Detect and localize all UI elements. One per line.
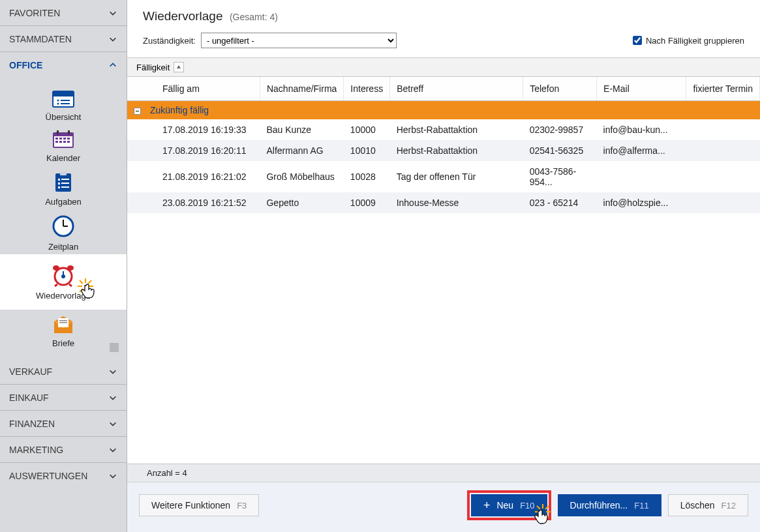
nav-label: STAMMDATEN [9,34,72,44]
cell-sub: Herbst-Rabattaktion [390,119,523,140]
svg-rect-11 [67,138,70,140]
col-blank[interactable] [127,77,156,101]
btn-keyhint: F12 [722,501,736,510]
sidebar-toggle-button[interactable] [110,343,119,352]
btn-label: Löschen [680,500,715,510]
chevron-down-icon [108,367,117,376]
nav-label: AUSWERTUNGEN [9,471,87,481]
svg-rect-8 [55,138,58,140]
office-item-label: Aufgaben [45,197,82,207]
col-nachname[interactable]: Nachname/Firma [260,77,343,101]
collapse-icon[interactable] [134,108,141,115]
execute-button[interactable]: Durchführen... F11 [558,494,661,516]
btn-label: Durchführen... [570,500,628,510]
table-row[interactable]: 23.08.2019 16:21:52Gepetto10009Inhouse-M… [127,192,760,213]
cell-tel: 02302-99857 [523,119,597,140]
table-row[interactable]: 17.08.2019 16:19:33Bau Kunze10000Herbst-… [127,119,760,140]
delete-button[interactable]: Löschen F12 [668,494,748,516]
cell-int: 10010 [344,140,390,161]
sort-asc-icon[interactable] [174,62,184,72]
filter-select[interactable]: - ungefiltert - [201,33,397,48]
svg-rect-12 [55,141,58,143]
chevron-down-icon [108,445,117,454]
data-grid[interactable]: Fällig am Nachname/Firma Interess Betref… [127,77,760,464]
nav-favoriten[interactable]: FAVORITEN [0,0,127,26]
office-zeitplan[interactable]: Zeitplan [0,209,127,253]
svg-point-31 [53,265,59,271]
office-item-label: Briefe [52,338,74,348]
nav-finanzen[interactable]: FINANZEN [0,411,127,437]
svg-rect-3 [61,100,70,101]
overview-icon [52,90,75,108]
group-checkbox[interactable] [633,36,642,45]
office-wiedervorlage[interactable]: Wiedervorlage [0,254,127,310]
office-item-label: Zeitplan [48,242,78,252]
chevron-down-icon [108,8,117,18]
sidebar: FAVORITEN STAMMDATEN OFFICE Übersicht [0,0,127,532]
table-row[interactable]: 17.08.2019 16:20:11Alfermann AG10010Herb… [127,140,760,161]
page-header: Wiedervorlage (Gesamt: 4) [127,0,760,26]
svg-rect-23 [61,183,69,184]
btn-label: Weitere Funktionen [151,500,230,510]
office-item-label: Übersicht [46,112,82,122]
office-aufgaben[interactable]: Aufgaben [0,166,127,208]
svg-rect-15 [67,141,70,143]
col-telefon[interactable]: Telefon [523,77,597,101]
group-label: Zukünftig fällig [150,105,209,115]
cell-fix [686,119,760,140]
group-checkbox-wrapper[interactable]: Nach Fälligkeit gruppieren [633,36,744,46]
cell-tel: 02541-56325 [523,140,597,161]
svg-line-34 [69,284,72,286]
chevron-down-icon [108,419,117,428]
col-fix-termin[interactable]: fixierter Termin [686,77,760,101]
svg-rect-14 [63,141,66,143]
svg-rect-13 [59,141,62,143]
cell-sub: Tag der offenen Tür [390,161,523,192]
nav-verkauf[interactable]: VERKAUF [0,359,127,385]
svg-point-32 [67,265,74,271]
tasks-icon [53,171,73,193]
group-checkbox-label: Nach Fälligkeit gruppieren [646,36,744,46]
cell-int: 10009 [344,192,390,213]
svg-rect-20 [58,179,60,181]
cell-int: 10028 [344,161,390,192]
nav-stammdaten[interactable]: STAMMDATEN [0,26,127,52]
nav-label: FAVORITEN [9,8,60,18]
group-row[interactable]: Zukünftig fällig [127,101,760,120]
status-bar: Anzahl = 4 [127,464,760,482]
office-uebersicht[interactable]: Übersicht [0,85,127,123]
svg-rect-10 [63,138,66,140]
filter-label: Zuständigkeit: [143,36,196,46]
cell-date: 17.08.2019 16:20:11 [156,140,260,161]
nav-office[interactable]: OFFICE [0,52,127,78]
group-panel[interactable]: Fälligkeit [127,57,760,77]
nav-einkauf[interactable]: EINKAUF [0,385,127,411]
nav-label: MARKETING [9,445,63,455]
svg-rect-47 [59,320,67,321]
mail-icon [52,316,75,334]
col-betreff[interactable]: Betreff [390,77,523,101]
more-functions-button[interactable]: Weitere Funktionen F3 [139,494,259,516]
nav-auswertungen[interactable]: AUSWERTUNGEN [0,463,127,489]
cell-tel: 0043-7586-954... [523,161,597,192]
nav-marketing[interactable]: MARKETING [0,437,127,463]
grid-header: Fällig am Nachname/Firma Interess Betref… [127,77,760,101]
svg-line-39 [80,280,83,284]
nav-label: VERKAUF [9,366,52,377]
office-kalender[interactable]: Kalender [0,125,127,164]
cell-date: 23.08.2019 16:21:52 [156,192,260,213]
cell-name: Groß Möbelhaus [260,161,343,192]
footer-toolbar: Weitere Funktionen F3 + Neu F10 Durchfüh… [127,482,760,532]
cell-date: 21.08.2019 16:21:02 [156,161,260,192]
cell-mail: info@holzspie... [597,192,686,213]
table-row[interactable]: 21.08.2019 16:21:02Groß Möbelhaus10028Ta… [127,161,760,192]
col-interesse[interactable]: Interess [344,77,390,101]
cell-mail: info@alferma... [597,140,686,161]
col-email[interactable]: E-Mail [597,77,686,101]
office-briefe[interactable]: Briefe [0,311,127,349]
svg-rect-24 [58,186,60,188]
col-faellig-am[interactable]: Fällig am [156,77,260,101]
new-button[interactable]: + Neu F10 [471,494,547,516]
nav-label: FINANZEN [9,419,55,429]
plus-icon: + [483,499,491,512]
